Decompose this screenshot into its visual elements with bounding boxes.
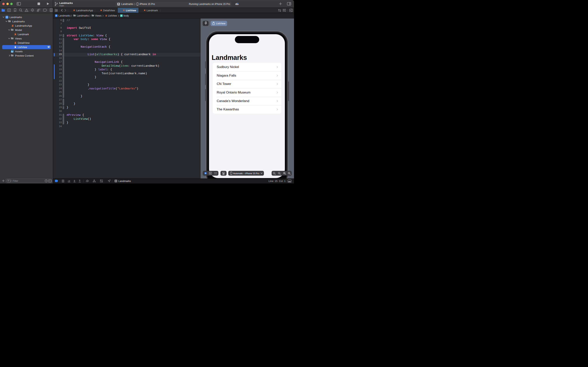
svg-text:1: 1 [279,172,280,174]
